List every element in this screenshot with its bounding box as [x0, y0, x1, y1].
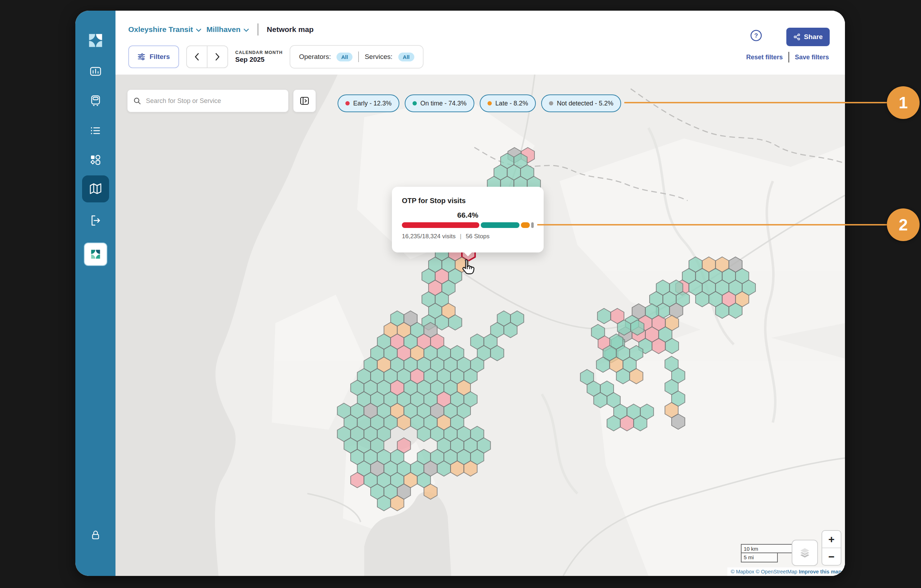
region-selector[interactable]: Millhaven: [207, 25, 249, 34]
hex-bin[interactable]: [594, 393, 607, 408]
org-name: Oxleyshire Transit: [128, 25, 193, 34]
map-icon: [89, 182, 103, 196]
sidebar-item-app-tile[interactable]: [75, 242, 116, 266]
save-filters-link[interactable]: Save filters: [795, 54, 829, 61]
hex-bin[interactable]: [464, 461, 477, 476]
org-selector[interactable]: Oxleyshire Transit: [128, 25, 202, 34]
hex-bin[interactable]: [448, 315, 462, 330]
attribution-text[interactable]: © Mapbox © OpenStreetMap: [731, 569, 799, 575]
network-map[interactable]: Early - 12.3% On time - 74.3% Late - 8.2…: [116, 75, 845, 576]
hex-bin[interactable]: [617, 369, 630, 384]
tooltip-stops: 56 Stops: [466, 233, 490, 240]
hex-bin[interactable]: [630, 369, 643, 384]
hex-bin[interactable]: [451, 461, 464, 476]
hex-bin[interactable]: [666, 338, 679, 354]
hex-bin[interactable]: [504, 322, 517, 338]
hex-bin[interactable]: [696, 291, 709, 307]
prev-month-button[interactable]: [187, 46, 208, 67]
hex-bin[interactable]: [652, 338, 665, 354]
legend-chip-not-detected-label: Not detected - 5.2%: [557, 100, 613, 107]
on-time-dot: [413, 101, 417, 106]
hex-bin[interactable]: [391, 496, 404, 511]
hand-cursor-icon: [459, 258, 476, 275]
reset-filters-link[interactable]: Reset filters: [746, 54, 783, 61]
breadcrumb-divider: [258, 23, 258, 36]
hex-bin[interactable]: [633, 416, 647, 431]
layers-button[interactable]: [792, 540, 818, 566]
sidebar: [75, 11, 116, 576]
hex-bin[interactable]: [596, 357, 609, 372]
hex-bin[interactable]: [378, 496, 391, 511]
share-label: Share: [804, 33, 823, 41]
hex-bin[interactable]: [597, 309, 610, 324]
help-button[interactable]: ?: [750, 29, 762, 42]
tooltip-bar-segment-on-time: [481, 222, 519, 228]
hex-bin[interactable]: [631, 320, 644, 335]
hex-bin[interactable]: [672, 414, 685, 429]
sidebar-item-list[interactable]: [75, 123, 116, 138]
sidebar-item-vehicles[interactable]: [75, 94, 116, 108]
hex-bin[interactable]: [729, 303, 742, 318]
late-dot: [488, 101, 492, 106]
share-button[interactable]: Share: [786, 28, 830, 46]
dashboard-icon: [89, 65, 102, 78]
improve-map-link[interactable]: Improve this map: [799, 569, 841, 575]
legend-chip-late-label: Late - 8.2%: [495, 100, 528, 107]
chevron-left-icon: [194, 52, 200, 61]
breadcrumb: Oxleyshire Transit Millhaven Network map: [128, 23, 314, 36]
app-tile-logo-icon: [90, 249, 101, 260]
hex-bin[interactable]: [716, 303, 729, 318]
tooltip-footer: 16,235/18,324 visits | 56 Stops: [402, 233, 490, 240]
operators-value-badge: All: [337, 52, 353, 62]
legend-chip-early[interactable]: Early - 12.3%: [338, 94, 399, 112]
hex-bin[interactable]: [491, 346, 504, 361]
content: Oxleyshire Transit Millhaven Network map…: [116, 11, 845, 576]
search-icon: [133, 97, 141, 105]
tooltip-bar-segment-late: [521, 222, 530, 228]
hex-bin[interactable]: [417, 426, 430, 442]
operators-services-pill[interactable]: Operators: All Services: All: [290, 45, 423, 68]
sidebar-item-logout[interactable]: [75, 213, 116, 227]
annotation-badge-2: 2: [887, 208, 919, 241]
operators-label: Operators:: [299, 53, 331, 61]
sidebar-item-categories[interactable]: [75, 153, 116, 167]
filters-icon: [138, 53, 145, 61]
tooltip-otp-bar: [402, 222, 534, 228]
tooltip-visits: 16,235/18,324 visits: [402, 233, 456, 240]
legend-chip-late[interactable]: Late - 8.2%: [480, 94, 536, 112]
filters-label: Filters: [150, 53, 170, 61]
active-item-highlight: [82, 175, 109, 202]
legend-chip-early-label: Early - 12.3%: [353, 100, 392, 107]
sidebar-item-lock[interactable]: [75, 528, 116, 542]
sidebar-item-network-map[interactable]: [75, 175, 116, 202]
hex-bin[interactable]: [424, 484, 437, 499]
chevron-right-icon: [215, 52, 220, 61]
zoom-out-button[interactable]: −: [822, 548, 841, 565]
hex-bin[interactable]: [618, 320, 631, 335]
svg-text:?: ?: [754, 32, 758, 39]
search-input[interactable]: [145, 97, 283, 105]
hex-bin[interactable]: [397, 415, 410, 430]
logout-icon: [89, 214, 102, 227]
hex-bin[interactable]: [620, 416, 633, 431]
pointer-cursor: [459, 258, 476, 276]
page-title: Network map: [267, 25, 314, 34]
annotation-number-2: 2: [898, 215, 908, 234]
hex-bin[interactable]: [438, 461, 451, 476]
legend-chip-on-time[interactable]: On time - 74.3%: [405, 94, 474, 112]
hex-bin[interactable]: [351, 473, 364, 488]
open-panel-button[interactable]: [293, 89, 316, 112]
legend-chip-not-detected[interactable]: Not detected - 5.2%: [541, 94, 621, 112]
scale-mi: 5 mi: [741, 553, 778, 562]
zoom-in-button[interactable]: +: [822, 531, 841, 548]
hex-bin[interactable]: [607, 416, 620, 431]
filter-bar: Filters CALENDAR MONTH Sep 2025: [128, 45, 423, 68]
sidebar-item-dashboard[interactable]: [75, 64, 116, 78]
calendar-month-value: Sep 2025: [235, 56, 283, 63]
filters-button[interactable]: Filters: [128, 45, 179, 68]
panel-toggle-icon: [299, 96, 309, 106]
map-attribution: © Mapbox © OpenStreetMap Improve this ma…: [727, 567, 845, 576]
search-box[interactable]: [127, 89, 288, 112]
tooltip-separator: |: [460, 233, 461, 240]
next-month-button[interactable]: [208, 46, 228, 67]
